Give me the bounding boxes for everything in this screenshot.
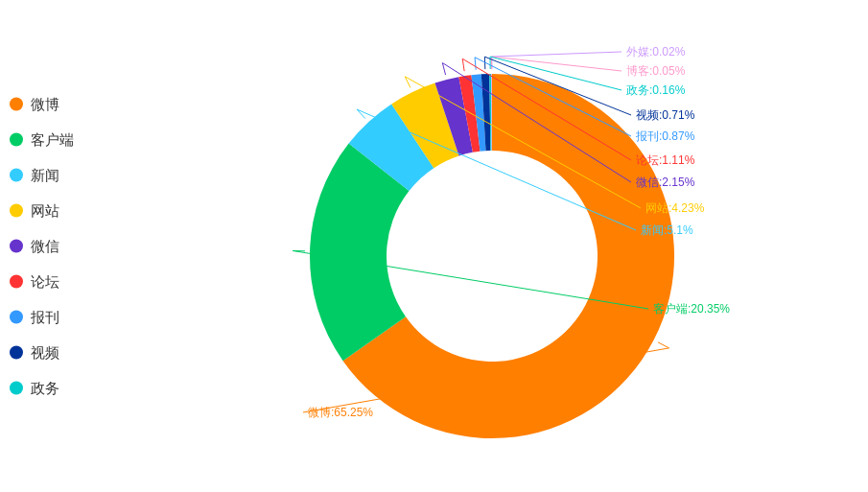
label-text-新闻:5.1%: 新闻:5.1% — [641, 223, 693, 237]
legend-dot-forum — [10, 275, 23, 289]
label-text-视频:0.71%: 视频:0.71% — [636, 108, 695, 122]
legend-dot-wechat — [10, 240, 23, 253]
legend-item-client: 客户端 — [10, 130, 74, 149]
legend: 微博 客户端 新闻 网站 微信 论坛 报刊 视频 — [10, 95, 74, 397]
label-text-客户端:20.35%: 客户端:20.35% — [653, 302, 730, 316]
legend-item-video: 视频 — [10, 343, 74, 362]
legend-item-forum: 论坛 — [10, 272, 74, 291]
chart-container: 微博 客户端 新闻 网站 微信 论坛 报刊 视频 — [0, 0, 868, 492]
legend-item-print: 报刊 — [10, 308, 74, 326]
legend-item-wechat: 微信 — [10, 237, 74, 255]
legend-item-weibo: 微博 — [10, 95, 74, 113]
legend-label-print: 报刊 — [31, 308, 59, 326]
label-line-博客:0.05% — [491, 57, 622, 71]
label-text-外媒:0.02%: 外媒:0.02% — [626, 45, 686, 59]
label-line-外媒:0.02% — [491, 52, 621, 69]
legend-dot-news — [10, 169, 23, 182]
legend-dot-print — [10, 311, 23, 324]
label-text-政务:0.16%: 政务:0.16% — [626, 83, 686, 97]
legend-item-website: 网站 — [10, 201, 74, 220]
chart-area: 外媒:0.02%博客:0.05%政务:0.16%视频:0.71%报刊:0.87%… — [125, 0, 868, 492]
legend-label-wechat: 微信 — [31, 237, 59, 255]
legend-dot-gov — [10, 382, 23, 395]
legend-label-news: 新闻 — [31, 166, 59, 184]
label-text-微信:2.15%: 微信:2.15% — [636, 176, 695, 189]
label-text-网站:4.23%: 网站:4.23% — [645, 201, 705, 215]
legend-label-video: 视频 — [31, 343, 59, 362]
legend-label-weibo: 微博 — [31, 95, 59, 113]
label-text-微博:65.25%: 微博:65.25% — [308, 406, 373, 419]
legend-item-gov: 政务 — [10, 379, 74, 397]
label-text-报刊:0.87%: 报刊:0.87% — [635, 129, 695, 143]
legend-label-client: 客户端 — [31, 130, 74, 149]
legend-dot-video — [10, 346, 23, 360]
legend-dot-client — [10, 133, 23, 147]
label-text-论坛:1.11%: 论坛:1.11% — [636, 153, 695, 167]
legend-dot-weibo — [10, 98, 23, 111]
legend-dot-website — [10, 204, 23, 218]
legend-label-website: 网站 — [31, 201, 59, 220]
donut-svg: 外媒:0.02%博客:0.05%政务:0.16%视频:0.71%报刊:0.87%… — [185, 12, 809, 481]
legend-item-news: 新闻 — [10, 166, 74, 184]
label-text-博客:0.05%: 博客:0.05% — [626, 64, 686, 78]
legend-label-forum: 论坛 — [31, 272, 59, 291]
legend-label-gov: 政务 — [31, 379, 59, 397]
